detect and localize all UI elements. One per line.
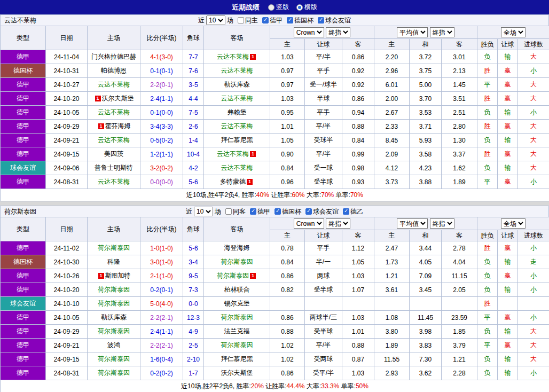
recent-matches-table: 类型 日期 主场 比分(半场) 角球 客场 Crown 终指 平均值 终指 全场 [0, 26, 549, 201]
team-link: 勒沃库森 [101, 313, 127, 321]
filter-checkbox[interactable]: 同客 [225, 207, 246, 216]
layout-radio-vertical[interactable]: 竖版 [268, 3, 289, 12]
away-team-cell: 荷尔斯泰因 [204, 255, 270, 269]
match-count-select[interactable]: 10 [206, 15, 225, 25]
filter-checkbox[interactable]: 同主 [238, 16, 258, 25]
scope-select[interactable]: 全场 [501, 218, 526, 229]
avg-odds-away [442, 297, 477, 311]
summary-stat-value: 20% [251, 382, 264, 390]
checkbox-icon [274, 208, 281, 215]
home-team-cell: 荷尔斯泰因 [88, 241, 140, 255]
layout-radio-horizontal[interactable]: 横版 [296, 3, 317, 12]
filter-checkbox[interactable]: 德乙 [343, 207, 363, 216]
league-badge: 德甲 [1, 120, 46, 134]
handicap-odds-header: Crown 终指 [270, 217, 374, 230]
team-link: 沃尔夫斯堡 [102, 95, 134, 102]
bookmaker-select[interactable]: Crown [294, 218, 324, 229]
avg-odds-draw: 4.23 [410, 161, 442, 175]
match-date: 24-09-29 [46, 325, 88, 339]
handicap-odds-home: 1.01 [270, 120, 305, 134]
away-team-cell: 云达不莱梅 [204, 64, 270, 78]
avg-odds-home: 2.09 [374, 147, 410, 161]
team-link: 云达不莱梅 [221, 67, 253, 74]
avg-odds-home: 6.01 [374, 78, 410, 92]
avg-odds-draw: 5.93 [410, 134, 442, 147]
final-odds-select[interactable]: 终指 [430, 218, 454, 229]
filter-checkbox[interactable]: 球会友谊 [305, 207, 339, 216]
handicap-odds-home: 0.97 [270, 78, 305, 92]
summary-text: 单率: [339, 382, 356, 390]
average-select[interactable]: 平均值 [397, 27, 428, 37]
avg-odds-away: 2.51 [442, 106, 477, 120]
handicap-odds-away: 0.98 [342, 161, 374, 175]
match-score: 0-2(0-1) [140, 283, 183, 297]
home-team-cell: 云达不莱梅 [88, 134, 140, 147]
filter-checkbox[interactable]: 球会友谊 [318, 16, 351, 25]
result-outcome: 胜 [477, 120, 498, 134]
avg-odds-draw: 3.62 [410, 366, 442, 380]
final-odds-select[interactable]: 终指 [326, 27, 350, 37]
match-date: 24-11-04 [46, 50, 88, 64]
avg-odds-away: 1.85 [442, 325, 477, 339]
average-select[interactable]: 平均值 [397, 218, 428, 229]
home-team-cell: 科隆 [88, 255, 140, 269]
corner-count: 10-4 [183, 147, 204, 161]
match-score: 1-0(1-0) [140, 241, 183, 255]
avg-odds-draw: 3.75 [410, 64, 442, 78]
filter-checkbox[interactable]: 德甲 [262, 16, 283, 25]
summary-text: 近10场,胜2平2负6, 胜率: [181, 382, 251, 390]
filter-checkbox[interactable]: 德国杯 [274, 207, 301, 216]
team-link: 法兰克福 [224, 327, 250, 335]
section-header: 云达不莱梅 近10场同主德甲德国杯球会友谊 [0, 14, 549, 26]
handicap-odds-away: 1.01 [342, 325, 374, 339]
handicap-odds-away: 0.88 [342, 339, 374, 352]
avg-odds-home: 2.47 [374, 241, 410, 255]
summary-text: 大率: [305, 191, 321, 199]
col-date: 日期 [46, 26, 88, 50]
match-date: 24-10-27 [46, 78, 88, 92]
handicap-line: 平手 [305, 106, 342, 120]
handicap-odds-home: 0.84 [270, 161, 305, 175]
filter-checkbox[interactable]: 德国杯 [287, 16, 313, 25]
league-badge: 德甲 [1, 78, 46, 92]
team-name: 云达不莱梅 [4, 16, 36, 25]
checkbox-icon [238, 17, 244, 23]
bookmaker-select[interactable]: Crown [294, 27, 324, 37]
final-odds-select[interactable]: 终指 [430, 27, 454, 37]
match-date: 24-10-20 [46, 283, 88, 297]
result-handicap: 输 [498, 161, 518, 175]
checkbox-icon [305, 208, 312, 215]
match-score: 1-6(0-4) [140, 352, 183, 366]
summary-text: 让胜率: [264, 382, 287, 390]
corner-count: 2-10 [183, 352, 204, 366]
col-away: 客场 [204, 26, 270, 50]
near-label: 近 [198, 16, 205, 25]
scope-select[interactable]: 全场 [501, 27, 526, 37]
handicap-line: 平/半 [305, 120, 342, 134]
home-team-cell: 荷尔斯泰因 [88, 325, 140, 339]
near-label: 近 [186, 207, 192, 216]
col-odds-line: 让球 [305, 39, 342, 50]
home-team-cell: 帕德博恩 [88, 64, 140, 78]
home-team-cell: 1斯图加特 [88, 269, 140, 283]
summary-row: 近10场,胜2平2负6, 胜率:20% 让胜率:44.4% 大率:33.3% 单… [1, 380, 549, 392]
match-count-select[interactable]: 10 [194, 207, 213, 216]
final-odds-select[interactable]: 终指 [326, 218, 350, 229]
away-team-cell: 勒沃库森 [204, 78, 270, 92]
match-row: 球会友谊24-10-10荷尔斯泰因5-0(4-0)0-0锡尔克堡胜 [1, 297, 549, 311]
summary-cell: 近10场,胜4平2负4, 胜率:40% 让胜率:60% 大率:70% 单率:70… [1, 189, 549, 201]
result-goals: 走 [518, 255, 549, 269]
match-date: 24-10-10 [46, 297, 88, 311]
summary-stat-value: 44.4% [287, 382, 305, 390]
summary-stat-value: 33.3% [321, 382, 339, 390]
away-team-cell: 荷尔斯泰因1 [204, 269, 270, 283]
avg-odds-away: 2.13 [442, 64, 477, 78]
result-goals: 小 [518, 269, 549, 283]
match-date: 24-11-02 [46, 241, 88, 255]
filter-checkbox[interactable]: 德甲 [250, 207, 270, 216]
handicap-line: 平/半 [305, 339, 342, 352]
home-team-cell: 1沃尔夫斯堡 [88, 92, 140, 106]
col-avg-home: 主 [374, 39, 410, 50]
league-badge: 球会友谊 [1, 297, 46, 311]
avg-odds-away: 1.45 [442, 78, 477, 92]
